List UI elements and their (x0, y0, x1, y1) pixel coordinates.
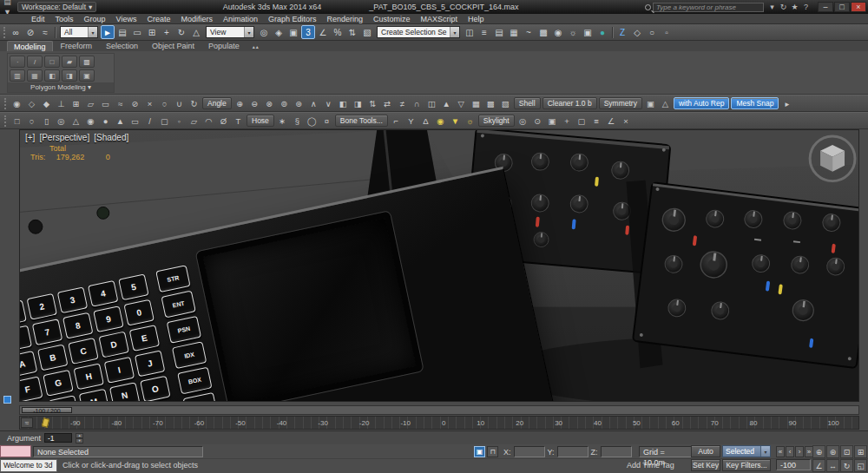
compass-helper-icon[interactable]: × (620, 115, 633, 128)
select-object-icon[interactable]: ► (101, 25, 115, 39)
section-shape-icon[interactable]: ¤ (320, 115, 333, 128)
menu-item[interactable]: Modifiers (175, 14, 218, 24)
element-sub-object-icon[interactable]: ▩ (79, 56, 95, 68)
minimize-button[interactable]: – (818, 2, 833, 12)
menu-item[interactable]: Edit (26, 14, 50, 24)
auto-key-button[interactable]: Auto Key (691, 445, 720, 457)
argument-spinner[interactable]: -1 (44, 433, 72, 443)
biped-icon[interactable]: Y (404, 115, 418, 128)
menu-item[interactable]: MAXScript (416, 14, 464, 24)
grid-align-icon[interactable]: ⊞ (69, 97, 82, 110)
schematic-view-icon[interactable]: ▩ (536, 25, 550, 39)
edit-poly-mode-icon[interactable]: ▦ (27, 69, 43, 82)
pan-icon[interactable]: ↔ (826, 459, 839, 472)
sun-light-icon[interactable]: ☼ (464, 115, 477, 128)
spinner-down-icon[interactable]: ▾ (76, 438, 83, 443)
camera-icon[interactable]: ◎ (516, 115, 529, 128)
swiftloop-icon[interactable]: ○ (158, 97, 171, 110)
extra-tool-1-icon[interactable]: ◇ (630, 25, 644, 39)
mirror-geometry-icon[interactable]: ◫ (425, 97, 438, 110)
menu-item[interactable]: Group (79, 14, 111, 24)
x-coordinate-field[interactable] (514, 446, 545, 457)
menu-item[interactable]: Views (111, 14, 142, 24)
set-key-button[interactable]: Set Key (691, 459, 720, 471)
outline-icon[interactable]: ⊛ (293, 97, 306, 110)
macro-recorder-pane[interactable] (0, 445, 31, 457)
target-weld-icon[interactable]: ∨ (322, 97, 335, 110)
viewport-menu-general[interactable]: [+] (25, 133, 35, 142)
snaps-toggle-icon[interactable]: 3 (301, 25, 315, 39)
time-slider-handle[interactable]: -100 / 200 (22, 407, 72, 413)
dummy-helper-icon[interactable]: ▢ (575, 115, 589, 128)
zoom-icon[interactable]: ⊕ (812, 445, 825, 458)
free-camera-icon[interactable]: ▣ (546, 115, 559, 128)
maximize-viewport-icon[interactable]: ◱ (854, 459, 867, 472)
align-icon[interactable]: ≡ (477, 25, 491, 39)
toolbar-grip[interactable] (3, 27, 6, 38)
view-align-icon[interactable]: ▭ (99, 97, 112, 110)
collapse-stack-icon[interactable]: ▥ (10, 69, 25, 82)
circle-shape-icon[interactable]: ◦ (173, 115, 186, 128)
menu-item[interactable]: Customize (368, 14, 416, 24)
egg-shape-icon[interactable]: ◯ (306, 115, 319, 128)
rectangle-shape-icon[interactable]: ▢ (158, 115, 171, 128)
cylinder-primitive-icon[interactable]: ▯ (40, 115, 53, 128)
favorites-icon[interactable]: ★ (789, 2, 800, 12)
toolbar-grip[interactable] (4, 98, 7, 109)
mesh-snap-button[interactable]: Mesh Snap (731, 97, 779, 109)
optimize-icon[interactable]: ▧ (499, 97, 512, 110)
selection-filter-dropdown[interactable]: All ▾ (60, 26, 98, 38)
vertex-sub-object-icon[interactable]: ∙ (10, 56, 25, 68)
normal-align-icon[interactable]: ⊥ (55, 97, 68, 110)
spot-light-icon[interactable]: ▼ (449, 115, 462, 128)
snap-settings-icon[interactable]: △ (659, 97, 672, 110)
select-and-link-icon[interactable]: ∞ (9, 25, 23, 39)
arc-shape-icon[interactable]: ◠ (202, 115, 215, 128)
pyramid-primitive-icon[interactable]: ▲ (114, 115, 127, 128)
soft-selection-icon[interactable]: ◉ (10, 97, 23, 110)
make-planar-icon[interactable]: ▱ (84, 97, 97, 110)
more-tools-icon[interactable]: ▸ (780, 97, 793, 110)
sphere-primitive-icon[interactable]: ○ (25, 115, 38, 128)
zoom-extents-icon[interactable]: ⊡ (840, 445, 853, 458)
viewport[interactable]: 1234567890ABCDEFGHIJKLMNOPQRSTUVWXYZSHFS… (19, 129, 859, 402)
key-filters-button[interactable]: Key Filters... (722, 459, 771, 471)
graphite-ribbon-toggle-icon[interactable]: ▦ (507, 25, 521, 39)
ribbon-tab[interactable]: Modeling (7, 41, 53, 51)
window-crossing-icon[interactable]: ⊞ (145, 25, 159, 39)
keyboard-override-icon[interactable]: ▣ (286, 25, 300, 39)
workspace-dropdown[interactable]: Workspace: Default ▾ (17, 2, 96, 12)
cleaner-script-button[interactable]: Cleaner 1.0 b (542, 97, 597, 109)
field-of-view-icon[interactable]: ∠ (812, 459, 825, 472)
render-setup-icon[interactable]: ☼ (566, 25, 580, 39)
plane-primitive-icon[interactable]: ▭ (128, 115, 141, 128)
select-and-move-icon[interactable]: + (160, 25, 174, 39)
use-pivot-center-icon[interactable]: ◎ (257, 25, 271, 39)
tube-primitive-icon[interactable]: ● (99, 115, 112, 128)
target-camera-icon[interactable]: ⊙ (531, 115, 544, 128)
percent-snap-icon[interactable]: % (331, 25, 345, 39)
tessellate-icon[interactable]: ▦ (470, 97, 483, 110)
z-toolkit-icon[interactable]: Z (615, 25, 629, 39)
cut-tool-icon[interactable]: × (143, 97, 156, 110)
inset-icon[interactable]: ⊚ (278, 97, 291, 110)
torus-primitive-icon[interactable]: ◎ (55, 115, 68, 128)
hose-button[interactable]: Hose (247, 115, 274, 127)
box-primitive-icon[interactable]: □ (10, 115, 23, 128)
omni-light-icon[interactable]: ◉ (434, 115, 447, 128)
bone-icon[interactable]: ⌐ (390, 115, 403, 128)
weld-settings-icon[interactable]: ▣ (644, 97, 657, 110)
weld-icon[interactable]: ∧ (307, 97, 320, 110)
add-time-tag[interactable]: Add Time Tag (627, 461, 674, 470)
open-file-icon[interactable]: ▤ (2, 0, 13, 7)
curve-editor-icon[interactable]: ~ (522, 25, 536, 39)
modifier-stack-icon[interactable]: ▣ (79, 69, 95, 82)
help-icon[interactable]: ? (800, 2, 812, 12)
skylight-button[interactable]: Skylight (478, 115, 515, 127)
menu-item[interactable]: Rendering (322, 14, 369, 24)
rectangular-selection-region-icon[interactable]: ▭ (130, 25, 144, 39)
zoom-extents-all-icon[interactable]: ⊞ (854, 445, 867, 458)
helper-point-icon[interactable]: + (561, 115, 574, 128)
close-button[interactable]: × (851, 2, 866, 12)
helix-shape-icon[interactable]: § (291, 115, 304, 128)
